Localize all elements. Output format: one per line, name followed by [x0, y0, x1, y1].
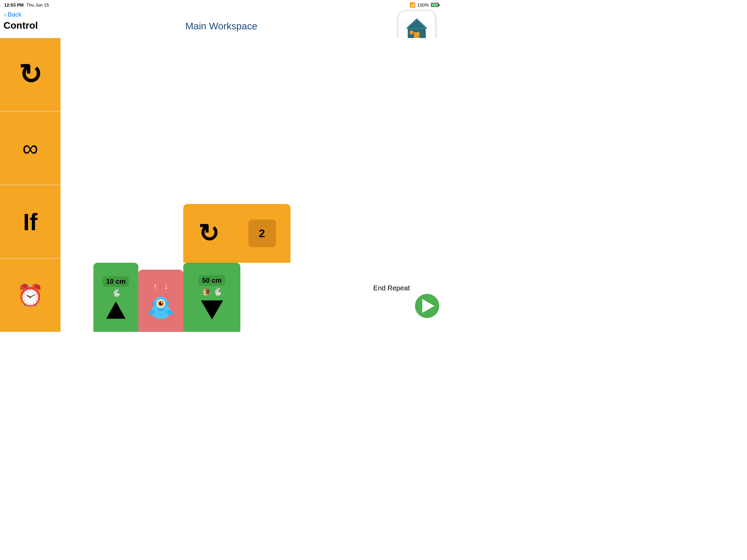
- sidebar-item-if[interactable]: If: [0, 185, 61, 259]
- status-date: Thu Jun 15: [26, 2, 49, 8]
- repeat-once-icon: ↻: [19, 58, 42, 91]
- back-chevron-icon: ‹: [4, 11, 6, 18]
- svg-point-10: [159, 302, 163, 305]
- end-repeat-label: End Repeat: [373, 284, 410, 292]
- infinity-icon: ∞: [22, 136, 38, 161]
- move-forward-speed: 🐇: [111, 288, 121, 297]
- svg-point-13: [166, 302, 169, 305]
- robot-block[interactable]: ↑ ↓: [138, 270, 183, 332]
- svg-point-12: [152, 302, 156, 305]
- arrow-up-icon: [106, 301, 126, 319]
- play-icon: [422, 299, 434, 313]
- sidebar-item-repeat-infinite[interactable]: ∞: [0, 112, 61, 185]
- robot-character-icon: [147, 292, 175, 320]
- repeat-count[interactable]: 2: [248, 220, 276, 247]
- move-forward-block[interactable]: 10 cm 🐇: [93, 263, 138, 332]
- status-bar: 12:53 PM Thu Jun 15 📶 100%: [0, 0, 443, 10]
- move-backward-block[interactable]: 50 cm 🐌 🐇: [183, 263, 240, 332]
- back-button[interactable]: ‹ Back: [4, 11, 21, 18]
- move-forward-distance: 10 cm: [103, 276, 129, 287]
- svg-point-11: [161, 302, 162, 304]
- status-time: 12:53 PM: [4, 2, 24, 8]
- sidebar-item-timer[interactable]: ⏰: [0, 259, 61, 332]
- svg-marker-0: [406, 18, 427, 28]
- arrow-down-icon: [201, 300, 223, 319]
- svg-point-5: [418, 36, 419, 37]
- sidebar-item-repeat-once[interactable]: ↻: [0, 38, 61, 112]
- battery-icon: [431, 3, 439, 7]
- status-right: 📶 100%: [409, 2, 439, 8]
- control-sidebar: ↻ ∞ If ⏰: [0, 38, 61, 332]
- robot-down-arrow-icon: ↓: [164, 281, 168, 291]
- wifi-icon: 📶: [409, 2, 415, 8]
- svg-rect-4: [410, 31, 413, 34]
- fast-speed-icon: 🐇: [111, 288, 121, 297]
- play-button[interactable]: [415, 294, 439, 318]
- repeat-arrow-icon: ↻: [198, 219, 219, 248]
- back-label: Back: [8, 11, 21, 18]
- robot-up-arrow-icon: ↑: [153, 281, 157, 291]
- slow-speed-icon: 🐌: [202, 287, 211, 296]
- main-workspace: 10 cm 🐇 ↑ ↓: [61, 38, 443, 332]
- move-backward-speed: 🐌 🐇: [202, 287, 222, 296]
- move-backward-distance: 50 cm: [199, 275, 225, 286]
- fast-speed-icon2: 🐇: [213, 287, 222, 296]
- battery-percent: 100%: [417, 2, 429, 8]
- repeat-block[interactable]: ↻ 2: [183, 204, 290, 263]
- blocks-area: 10 cm 🐇 ↑ ↓: [61, 207, 443, 332]
- workspace-title: Main Workspace: [0, 21, 443, 32]
- timer-icon: ⏰: [17, 283, 44, 308]
- if-icon: If: [23, 208, 38, 235]
